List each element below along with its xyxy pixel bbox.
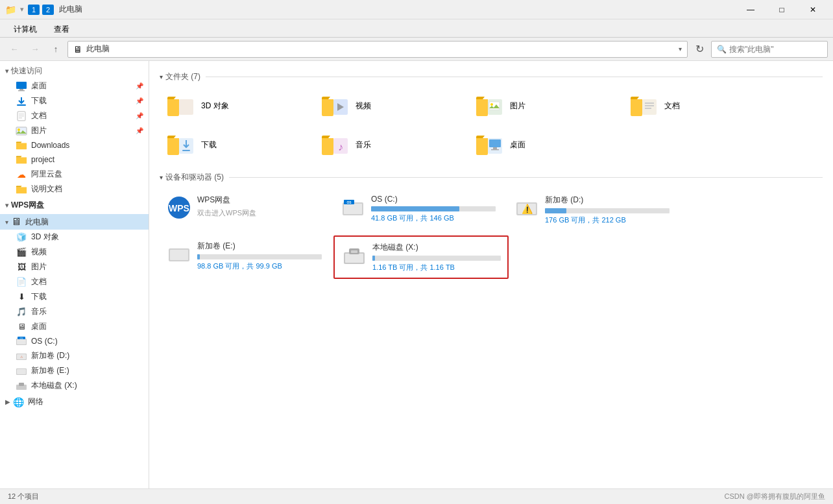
sidebar-item-desktop[interactable]: 桌面 📌 xyxy=(0,78,149,93)
svg-text:⚠️: ⚠️ xyxy=(522,204,533,215)
maximize-button[interactable]: □ xyxy=(767,0,797,19)
refresh-button[interactable]: ↻ xyxy=(690,40,708,58)
sidebar-item-thispc[interactable]: ▾ 🖥 此电脑 xyxy=(0,214,149,230)
sidebar-music-label: 音乐 xyxy=(31,306,47,317)
sidebar-item-docs[interactable]: 文档 📌 xyxy=(0,108,149,123)
folder-item-downloads[interactable]: 下载 xyxy=(160,128,309,162)
sidebar-item-e[interactable]: 新加卷 (E:) xyxy=(0,363,149,378)
sidebar-item-music[interactable]: 🎵 音乐 xyxy=(0,304,149,319)
d-info: 新加卷 (D:) 176 GB 可用，共 212 GB xyxy=(545,195,670,225)
wps-name: WPS网盘 xyxy=(197,195,322,206)
folder-item-pictures[interactable]: 图片 xyxy=(468,89,618,123)
back-button[interactable]: ← xyxy=(5,40,23,58)
drives-divider xyxy=(229,177,823,178)
sidebar-item-download[interactable]: 下载 📌 xyxy=(0,93,149,108)
sidebar-item-pictures-label: 图片 xyxy=(31,125,47,136)
e-bar-fill xyxy=(197,254,200,259)
sidebar-item-aliyun[interactable]: ☁ 阿里云盘 xyxy=(0,167,149,182)
desktop2-icon: 🖥 xyxy=(16,322,27,332)
sidebar-thispc-label: 此电脑 xyxy=(25,217,49,228)
sidebar-item-network[interactable]: ▶ 🌐 网络 xyxy=(0,394,149,409)
folder-3d-label: 3D 对象 xyxy=(201,101,229,112)
sidebar-item-pictures2[interactable]: 🖼 图片 xyxy=(0,259,149,274)
sidebar-item-desktop2[interactable]: 🖥 桌面 xyxy=(0,319,149,334)
3d-icon: 🧊 xyxy=(16,232,27,243)
thispc-arrow: ▾ xyxy=(5,219,8,226)
sidebar-item-c[interactable]: OS OS (C:) xyxy=(0,334,149,348)
pictures2-icon: 🖼 xyxy=(16,262,27,272)
tab-view[interactable]: 查看 xyxy=(45,21,78,37)
search-bar[interactable]: 🔍 xyxy=(711,41,828,58)
app-icon: 📁 xyxy=(5,5,16,15)
x-name: 本地磁盘 (X:) xyxy=(372,242,501,253)
drive-item-wps[interactable]: WPS WPS网盘 双击进入WPS网盘 xyxy=(160,189,328,230)
wps-header[interactable]: ▾ WPS网盘 xyxy=(0,198,149,213)
drive-item-d[interactable]: ⚠️ 新加卷 (D:) 176 GB 可用，共 212 GB xyxy=(507,189,676,230)
up-button[interactable]: ↑ xyxy=(47,40,65,58)
quick-access-2[interactable]: 2 xyxy=(42,5,54,15)
sidebar-item-d[interactable]: ⚠ 新加卷 (D:) xyxy=(0,348,149,363)
sidebar-item-dl[interactable]: ⬇ 下载 xyxy=(0,289,149,304)
sidebar-item-project[interactable]: project xyxy=(0,152,149,167)
pin-icon-download: 📌 xyxy=(136,97,143,104)
folder-video-label: 视频 xyxy=(356,101,371,112)
dl-icon: ⬇ xyxy=(16,292,27,302)
sidebar-video-label: 视频 xyxy=(31,246,47,258)
folder-desktop-label: 桌面 xyxy=(510,139,525,150)
sidebar-item-3d[interactable]: 🧊 3D 对象 xyxy=(0,230,149,245)
folders-divider xyxy=(206,77,823,77)
close-button[interactable]: ✕ xyxy=(798,0,828,19)
d-icon: ⚠️ xyxy=(514,195,540,221)
wps-drive-icon: WPS xyxy=(166,195,192,221)
sidebar-item-video[interactable]: 🎬 视频 xyxy=(0,245,149,259)
sidebar-item-shuoming[interactable]: 说明文档 xyxy=(0,182,149,197)
downloads-folder-icon xyxy=(16,140,27,150)
sidebar-item-docs-label: 文档 xyxy=(31,110,47,121)
svg-text:OS: OS xyxy=(19,337,23,340)
address-dropdown-icon[interactable]: ▾ xyxy=(679,45,682,53)
quick-access-1[interactable]: 1 xyxy=(28,5,40,15)
quick-access-header[interactable]: ▾ 快速访问 xyxy=(0,64,149,78)
sidebar-item-pictures[interactable]: 图片 📌 xyxy=(0,123,149,138)
drive-item-c[interactable]: OS OS (C:) 41.8 GB 可用，共 146 GB xyxy=(333,189,502,230)
e-drive-icon xyxy=(16,366,27,376)
folder-item-video[interactable]: 视频 xyxy=(314,89,463,123)
svg-rect-51 xyxy=(345,254,363,263)
svg-text:WPS: WPS xyxy=(169,203,189,213)
folder-item-desktop[interactable]: 桌面 xyxy=(468,128,618,162)
pin-icon-desktop: 📌 xyxy=(136,82,143,90)
drive-item-x[interactable]: 本地磁盘 (X:) 1.16 TB 可用，共 1.16 TB xyxy=(333,235,509,279)
forward-button[interactable]: → xyxy=(26,40,44,58)
x-size: 1.16 TB 可用，共 1.16 TB xyxy=(372,263,501,272)
project-folder-icon xyxy=(16,154,27,165)
wps-label: WPS网盘 xyxy=(11,200,44,211)
aliyun-icon: ☁ xyxy=(16,169,27,180)
sidebar-item-downloads-label: Downloads xyxy=(31,141,69,150)
folder-item-3d[interactable]: 3D 对象 xyxy=(160,89,309,123)
tab-computer[interactable]: 计算机 xyxy=(5,21,45,37)
sidebar-item-x[interactable]: 本地磁盘 (X:) xyxy=(0,378,149,393)
thispc-section: ▾ 🖥 此电脑 🧊 3D 对象 🎬 视频 🖼 图片 📄 文档 xyxy=(0,214,149,393)
d-drive-icon: ⚠ xyxy=(16,351,27,361)
svg-rect-6 xyxy=(19,115,24,117)
folder-3d-icon xyxy=(165,93,196,119)
folder-item-docs[interactable]: 文档 xyxy=(623,89,772,123)
sidebar-item-downloads[interactable]: Downloads xyxy=(0,138,149,152)
address-bar[interactable]: 🖥 此电脑 ▾ xyxy=(67,41,688,58)
minimize-button[interactable]: — xyxy=(736,0,766,19)
folder-item-music[interactable]: ♪ 音乐 xyxy=(314,128,463,162)
d-name: 新加卷 (D:) xyxy=(545,195,670,206)
svg-rect-11 xyxy=(17,339,26,344)
search-input[interactable] xyxy=(729,45,822,54)
folders-collapse-icon[interactable]: ▾ xyxy=(160,73,163,80)
x-icon xyxy=(341,242,367,268)
drives-collapse-icon[interactable]: ▾ xyxy=(160,174,163,181)
folder-pictures-icon xyxy=(474,93,505,119)
sidebar-item-docs2[interactable]: 📄 文档 xyxy=(0,274,149,289)
title-bar-left: 📁 ▾ 1 2 此电脑 xyxy=(5,4,82,15)
folder-video-icon xyxy=(319,93,350,119)
x-info: 本地磁盘 (X:) 1.16 TB 可用，共 1.16 TB xyxy=(372,242,501,272)
svg-rect-5 xyxy=(19,114,24,115)
drive-item-e[interactable]: 新加卷 (E:) 98.8 GB 可用，共 99.9 GB xyxy=(160,235,328,279)
e-size: 98.8 GB 可用，共 99.9 GB xyxy=(197,261,322,271)
